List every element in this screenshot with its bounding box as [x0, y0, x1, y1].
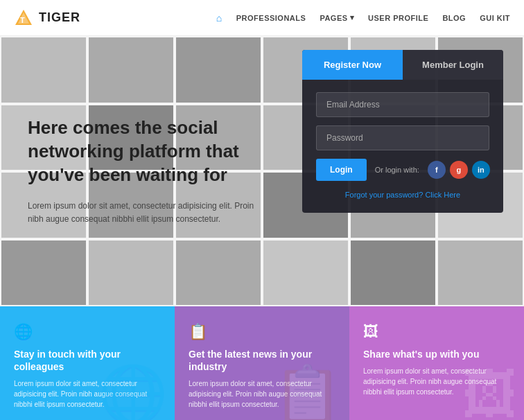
- hero-section: Here comes the social networking platfor…: [0, 36, 524, 306]
- nav-menu: ⌂ PROFESSIONALS PAGES ▾ USER PROFILE BLO…: [216, 12, 510, 24]
- nav-blog[interactable]: BLOG: [442, 14, 466, 22]
- section-news: 📋 Get the latest news in your industry L…: [175, 306, 349, 420]
- login-actions-row: Login Or login with: f g in: [316, 159, 489, 181]
- click-here-link[interactable]: Click Here: [425, 191, 460, 199]
- chevron-down-icon: ▾: [350, 13, 355, 22]
- login-panel: Register Now Member Login Login Or login…: [302, 50, 503, 213]
- logo-icon: T: [14, 8, 33, 28]
- or-login-text: Or login with:: [375, 166, 419, 174]
- nav-user-profile[interactable]: USER PROFILE: [368, 14, 428, 22]
- social-icons: f g in: [428, 161, 490, 179]
- bottom-sections: 🌐 Stay in touch with your colleagues Lor…: [0, 306, 524, 420]
- navbar: T TIGER ⌂ PROFESSIONALS PAGES ▾ USER PRO…: [0, 0, 524, 36]
- colleagues-bg-icon: 🌐: [98, 362, 168, 420]
- email-input[interactable]: [316, 92, 489, 117]
- login-tabs: Register Now Member Login: [302, 50, 503, 80]
- linkedin-icon[interactable]: in: [472, 161, 490, 179]
- nav-gui-kit[interactable]: GUI KIT: [480, 14, 510, 22]
- section-share: 🖼 Share what's up with you Lorem ipsum d…: [349, 306, 524, 420]
- logo[interactable]: T TIGER: [14, 8, 80, 28]
- forgot-password: Forgot your password? Click Here: [316, 191, 489, 199]
- share-icon: 🖼: [363, 323, 510, 341]
- section-colleagues: 🌐 Stay in touch with your colleagues Lor…: [0, 306, 175, 420]
- facebook-icon[interactable]: f: [428, 161, 446, 179]
- nav-home[interactable]: ⌂: [216, 12, 222, 24]
- news-icon: 📋: [189, 323, 335, 341]
- login-button[interactable]: Login: [316, 159, 367, 181]
- password-input[interactable]: [316, 125, 489, 150]
- login-body: Login Or login with: f g in Forgot your …: [302, 80, 503, 213]
- share-title: Share what's up with you: [363, 348, 510, 360]
- google-plus-icon[interactable]: g: [450, 161, 468, 179]
- svg-text:T: T: [20, 16, 26, 24]
- nav-pages[interactable]: PAGES ▾: [320, 13, 354, 22]
- hero-title: Here comes the social networking platfor…: [28, 116, 268, 186]
- tab-register[interactable]: Register Now: [302, 50, 403, 80]
- colleagues-icon: 🌐: [14, 323, 161, 341]
- tab-member-login[interactable]: Member Login: [403, 50, 503, 80]
- logo-text: TIGER: [39, 10, 80, 25]
- news-bg-icon: 📋: [273, 362, 342, 420]
- hero-content: Here comes the social networking platfor…: [0, 36, 288, 306]
- share-bg-icon: 🖼: [462, 363, 517, 420]
- nav-professionals[interactable]: PROFESSIONALS: [236, 14, 306, 22]
- hero-description: Lorem ipsum dolor sit amet, consectetur …: [28, 200, 268, 226]
